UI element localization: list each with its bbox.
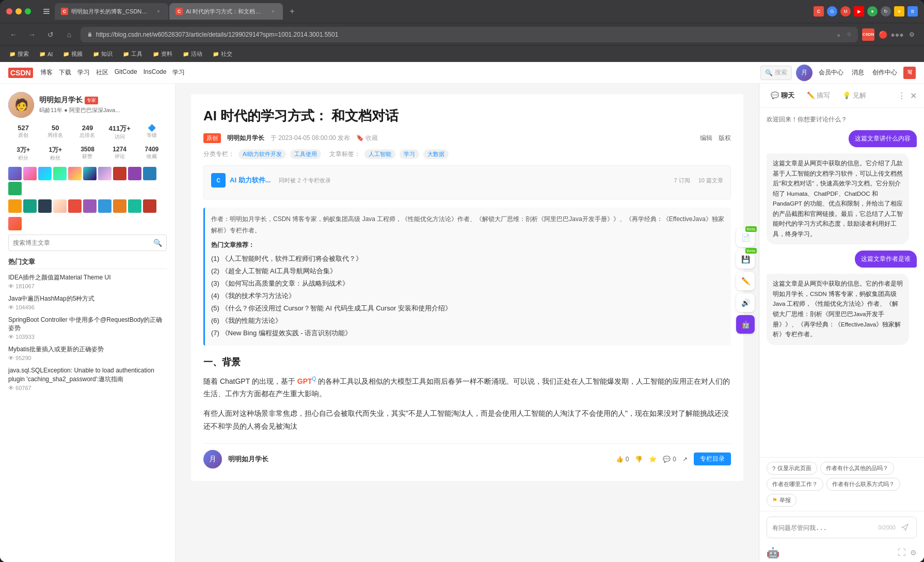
inline-article-5[interactable]: (5) 《什么？你还没用过 Cursor？智能 AI 代码生成工具 Cursor…	[211, 302, 725, 315]
bookmark-knowledge[interactable]: 📁 知识	[90, 49, 116, 59]
tab-csdn-profile[interactable]: C 明明如月学长的博客_CSDN博客... ×	[55, 3, 168, 20]
report-button[interactable]: ⚑ 举报	[767, 494, 796, 507]
ext-action-3[interactable]: ⚙	[905, 28, 918, 41]
ai-send-button[interactable]	[899, 521, 911, 534]
bookmark-search[interactable]: 📁 搜索	[6, 49, 32, 59]
minimize-button[interactable]	[15, 8, 22, 14]
more-options-icon[interactable]: ⋮	[898, 91, 906, 101]
collection-name[interactable]: AI 助力软件...	[230, 176, 270, 185]
messages[interactable]: 消息	[850, 68, 866, 77]
ai-tab-insight[interactable]: 💡 见解	[838, 89, 870, 102]
csdn-search-box[interactable]: 🔍 搜索	[760, 66, 792, 80]
quick-btn-where-work[interactable]: 作者在哪里工作？	[767, 478, 823, 491]
tag-bigdata[interactable]: 大数据	[423, 149, 449, 159]
nav-download[interactable]: 下载	[57, 68, 73, 77]
float-doc-button[interactable]: 📄 Beta	[736, 228, 755, 247]
quick-btn-contact[interactable]: 作者有什么联系方式吗？	[826, 478, 900, 491]
nav-learn[interactable]: 学习	[75, 68, 92, 77]
inline-article-3[interactable]: (3) 《如何写出高质量的文章：从战略到战术》	[211, 277, 725, 290]
bookmark-star[interactable]: ☆	[847, 31, 852, 38]
nav-community[interactable]: 社区	[94, 68, 110, 77]
stat-bookmarks: 7409 收藏	[137, 146, 167, 162]
dislike-button[interactable]: 👎	[635, 456, 643, 463]
ext-icon-1[interactable]: ●	[867, 6, 878, 17]
close-panel-icon[interactable]: ✕	[910, 91, 917, 101]
bookmark-activities[interactable]: 📁 活动	[180, 49, 205, 59]
bookmark-video[interactable]: 📁 视频	[60, 49, 86, 59]
float-audio-button[interactable]: 🔊	[736, 293, 755, 312]
back-button[interactable]: ←	[6, 27, 21, 42]
ai-logo-icon[interactable]: 🤖	[767, 547, 779, 559]
like-button[interactable]: 👍 0	[616, 456, 629, 463]
list-item[interactable]: IDEA插件之颜值篇Material Theme UI 👁 181067	[8, 273, 167, 289]
tab-ai-article[interactable]: C AI 时代的学习方式：和文档对话... ×	[169, 3, 283, 20]
bookmark-tools[interactable]: 📁 工具	[120, 49, 146, 59]
article-author[interactable]: 明明如月学长	[227, 134, 264, 143]
search-input[interactable]	[13, 239, 153, 246]
ext-icon-2[interactable]: ↻	[881, 6, 891, 17]
tag-learn[interactable]: 学习	[400, 149, 419, 159]
gpt-highlight: GPT	[297, 377, 312, 385]
tag-ai2[interactable]: 人工智能	[364, 149, 395, 159]
ext-action-1[interactable]: 🔴	[877, 28, 889, 41]
tab-close-1[interactable]: ×	[155, 8, 162, 15]
quick-btn-page-only[interactable]: ? 仅显示此页面	[767, 462, 817, 475]
float-edit-button[interactable]: ✏️	[736, 272, 755, 290]
collect-action[interactable]: 🔖 收藏	[356, 134, 378, 143]
inline-article-6[interactable]: (6) 《我的性能方法论》	[211, 315, 725, 327]
inline-article-1[interactable]: (1) 《人工智能时代，软件工程师们将会被取代？》	[211, 253, 725, 265]
ai-tab-write[interactable]: ✏️ 摘写	[803, 89, 835, 102]
address-bar[interactable]: https://blog.csdn.net/w605283073/article…	[81, 27, 858, 42]
new-tab-button[interactable]: +	[286, 5, 298, 18]
inline-article-2[interactable]: (2) 《超全人工智能 AI工具导航网站合集》	[211, 265, 725, 277]
footer-author-name[interactable]: 明明如月学长	[228, 455, 268, 464]
settings-icon[interactable]: ⚙	[910, 549, 917, 557]
forward-button[interactable]: →	[25, 27, 39, 42]
maximize-button[interactable]	[25, 8, 31, 14]
nav-inscode[interactable]: InsCode	[141, 68, 169, 77]
star-button[interactable]: ⭐	[649, 456, 657, 463]
list-item[interactable]: Java中遍历HashMap的5种方式 👁 104496	[8, 294, 167, 310]
create-center[interactable]: 创作中心	[870, 68, 899, 77]
csdn-red-btn[interactable]: 写	[903, 67, 916, 79]
tab-close-2[interactable]: ×	[269, 8, 277, 15]
inline-article-4[interactable]: (4) 《我的技术学习方法论》	[211, 290, 725, 302]
ext-action-2[interactable]: ●●●	[891, 28, 903, 41]
tag-ai[interactable]: AI助力软件开发	[238, 149, 286, 159]
inline-article-7[interactable]: (7) 《New Bing 编程提效实践 - 语言识别功能》	[211, 327, 725, 339]
quick-btn-other-works[interactable]: 作者有什么其他的品吗？	[820, 462, 894, 475]
ai-tab-chat[interactable]: 💬 聊天	[767, 89, 799, 102]
float-save-button[interactable]: 💾 Beta	[736, 250, 755, 269]
list-item[interactable]: Mybatis批量插入或更新的正确姿势 👁 95290	[8, 345, 167, 361]
comment-button[interactable]: 💬 0	[663, 456, 676, 463]
doc-icon: 📄	[741, 233, 750, 242]
ext-icon-4[interactable]: B	[907, 6, 918, 17]
float-ai-button[interactable]: 🤖	[736, 315, 755, 334]
bookmark-ai[interactable]: 📁 AI	[36, 50, 56, 58]
nav-gitcode[interactable]: GitCode	[113, 68, 139, 77]
catalog-button[interactable]: 专栏目录	[694, 452, 731, 465]
copyright-link[interactable]: 版权	[719, 134, 731, 143]
translate-icon[interactable]: A	[837, 32, 843, 38]
vip-center[interactable]: 会员中心	[817, 68, 846, 77]
expand-icon[interactable]: ⛶	[898, 548, 906, 557]
article-search-box[interactable]: 🔍	[8, 235, 167, 251]
list-item[interactable]: java.sql.SQLException: Unable to load au…	[8, 366, 167, 391]
home-button[interactable]: ⌂	[62, 27, 76, 42]
body-para-2: 有些人面对这种场景非常焦虑，担心自己会被取代而失业，其实"不是人工智能淘汰人，而…	[203, 407, 731, 433]
ext-icon-3[interactable]: ★	[894, 6, 904, 17]
share-button[interactable]: ↗	[682, 456, 688, 463]
ai-input[interactable]	[772, 524, 875, 531]
sidebar-toggle[interactable]	[39, 4, 54, 19]
user-avatar[interactable]: 月	[796, 65, 813, 81]
bookmark-social[interactable]: 📁 社交	[210, 49, 235, 59]
csdn-notif[interactable]: CSDN	[862, 28, 874, 41]
list-item[interactable]: SpringBoot Controller 中使用多个@RequestBody的…	[8, 316, 167, 340]
tag-tool[interactable]: 工具使用	[290, 149, 321, 159]
close-button[interactable]	[6, 8, 12, 14]
nav-blog[interactable]: 博客	[38, 68, 55, 77]
edit-link[interactable]: 编辑	[700, 134, 712, 143]
refresh-button[interactable]: ↺	[43, 27, 58, 42]
nav-study[interactable]: 学习	[170, 68, 187, 77]
bookmark-materials[interactable]: 📁 资料	[150, 49, 176, 59]
